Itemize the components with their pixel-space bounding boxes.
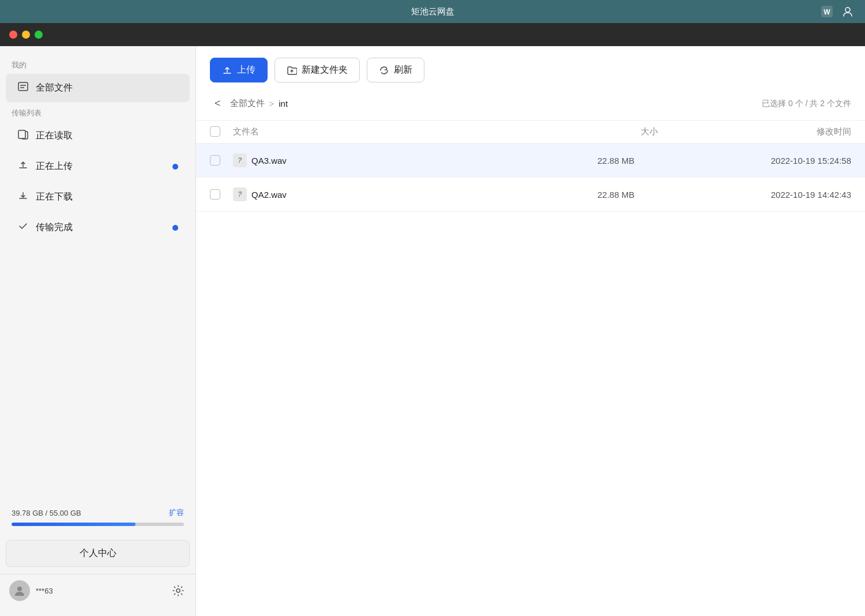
header-size: 大小 [597,126,701,137]
settings-icon[interactable] [170,583,186,599]
more-actions-1-button[interactable] [315,152,333,169]
expand-storage-link[interactable]: 扩容 [169,508,184,518]
close-button[interactable] [9,31,17,39]
user-avatar [9,580,30,601]
title-bar: 矩池云网盘 W [0,0,865,23]
title-bar-app-icon: W [819,3,835,20]
more-actions-2-button[interactable] [315,186,333,203]
file-name-1: QA3.wav [251,156,287,166]
header-checkbox[interactable] [210,126,233,137]
reading-icon [17,129,29,143]
all-files-label: 全部文件 [36,82,73,94]
storage-bar-fill [12,523,136,526]
file-list-header: 文件名 大小 修改时间 [196,121,865,144]
svg-point-10 [323,160,325,161]
transfer-done-icon [17,220,29,235]
uploading-label: 正在上传 [36,160,73,172]
breadcrumb-current-folder: int [279,99,288,108]
file-date-1: 2022-10-19 15:24:58 [701,156,851,166]
file-row[interactable]: ? QA2.wav [196,178,865,212]
downloading-label: 正在下载 [36,191,73,203]
transfer-section-label: 传输列表 [0,103,195,121]
svg-point-12 [320,194,322,196]
user-name: ***63 [36,587,164,595]
file-name-cell-1: ? QA3.wav [233,152,597,169]
refresh-icon [379,65,389,76]
transfer-done-label: 传输完成 [36,221,73,234]
download-file-1-button[interactable] [291,152,309,169]
file-list: 文件名 大小 修改时间 ? QA3.wav [196,121,865,616]
svg-text:W: W [823,8,830,16]
file-size-1: 22.88 MB [597,156,701,166]
app-title: 矩池云网盘 [411,6,454,17]
storage-text-row: 39.78 GB / 55.00 GB 扩容 [12,508,184,518]
file-type-icon-1: ? [233,153,247,167]
my-section-label: 我的 [0,55,195,73]
svg-point-9 [320,160,322,161]
breadcrumb-left: < 全部文件 > int [210,96,288,111]
breadcrumb-selection-info: 已选择 0 个 / 共 2 个文件 [762,99,851,109]
uploading-icon [17,159,29,174]
svg-point-7 [17,587,22,591]
uploading-badge [172,164,178,170]
reading-label: 正在读取 [36,130,73,142]
sidebar-item-reading[interactable]: 正在读取 [6,122,190,150]
window-chrome [0,23,865,46]
toolbar: 上传 新建文件夹 刷新 [196,46,865,92]
all-files-icon [17,81,29,95]
new-folder-button[interactable]: 新建文件夹 [274,58,360,82]
sidebar: 我的 全部文件 传输列表 正在读取 [0,46,196,616]
download-file-2-button[interactable] [291,186,309,203]
file-size-2: 22.88 MB [597,190,701,200]
downloading-icon [17,190,29,204]
header-name: 文件名 [233,126,597,137]
svg-rect-3 [18,82,28,91]
storage-bar [12,523,184,526]
svg-point-2 [845,7,850,12]
breadcrumb-separator: > [269,99,274,108]
upload-icon [222,65,232,76]
maximize-button[interactable] [35,31,43,39]
storage-section: 39.78 GB / 55.00 GB 扩容 [0,501,195,533]
sidebar-item-transfer-done[interactable]: 传输完成 [6,213,190,242]
select-all-checkbox[interactable] [210,126,220,137]
svg-rect-6 [18,130,25,138]
sidebar-item-all-files[interactable]: 全部文件 [6,74,190,102]
upload-button[interactable]: 上传 [210,58,268,82]
file-checkbox-2[interactable] [210,189,233,200]
minimize-button[interactable] [22,31,30,39]
personal-center-button[interactable]: 个人中心 [6,540,190,567]
sidebar-item-downloading[interactable]: 正在下载 [6,183,190,211]
breadcrumb-back-button[interactable]: < [210,96,225,111]
file-checkbox-1[interactable] [210,155,233,166]
new-folder-icon [287,65,297,76]
storage-usage: 39.78 GB / 55.00 GB [12,509,81,517]
header-modified: 修改时间 [701,126,851,137]
refresh-button[interactable]: 刷新 [367,58,424,82]
svg-point-14 [326,194,328,196]
sidebar-item-uploading[interactable]: 正在上传 [6,152,190,181]
file-row[interactable]: ? QA3.wav [196,144,865,178]
breadcrumb-root[interactable]: 全部文件 [230,98,265,109]
svg-point-11 [326,160,328,161]
breadcrumb-bar: < 全部文件 > int 已选择 0 个 / 共 2 个文件 [196,92,865,121]
file-name-2: QA2.wav [251,190,287,200]
svg-point-8 [176,589,180,592]
file-date-2: 2022-10-19 14:42:43 [701,190,851,200]
svg-point-13 [323,194,325,196]
title-bar-icons: W [819,3,856,20]
file-name-cell-2: ? QA2.wav [233,186,597,203]
file-type-icon-2: ? [233,187,247,201]
content-area: 上传 新建文件夹 刷新 < 全部文件 > [196,46,865,616]
transfer-done-badge [172,225,178,231]
main-layout: 我的 全部文件 传输列表 正在读取 [0,46,865,616]
user-info-bar: ***63 [0,574,195,607]
title-bar-user-icon[interactable] [840,3,856,20]
